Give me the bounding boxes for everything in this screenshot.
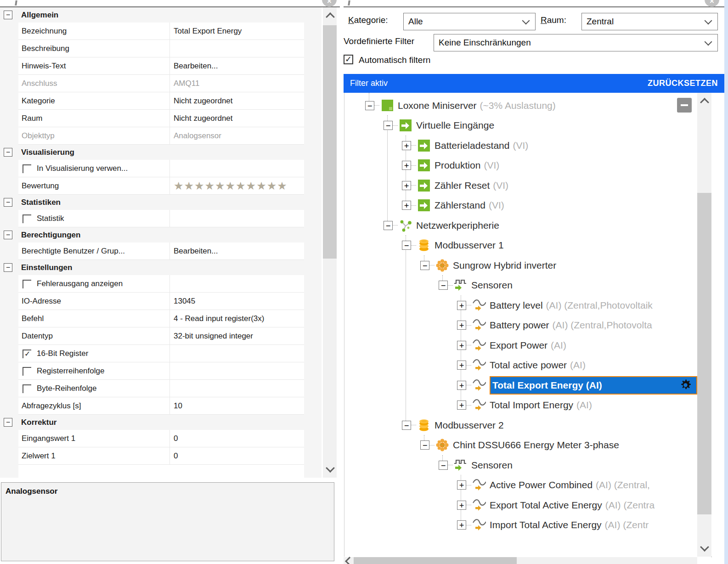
collapse-section-icon[interactable] <box>4 231 12 239</box>
tree-item-produktion[interactable]: Produktion (VI) <box>344 156 697 176</box>
expand-toggle-icon[interactable] <box>457 361 466 370</box>
tree-item-netzwerkperipherie[interactable]: Netzwerkperipherie <box>344 215 697 236</box>
vordefinierte-filter-dropdown[interactable]: Keine Einschränkungen <box>434 34 718 51</box>
collapse-toggle-icon[interactable] <box>384 221 393 230</box>
property-row[interactable]: Abfragezyklus [s] 10 <box>0 397 322 415</box>
tree-item-sungrow-hybrid-inverter[interactable]: Sungrow Hybrid inverter <box>344 255 697 276</box>
tree-item-total-import-energy[interactable]: Total Import Energy (AI) <box>344 395 697 416</box>
property-row[interactable]: Beschreibung <box>0 40 322 57</box>
kategorie-dropdown[interactable]: Alle <box>403 13 536 30</box>
expand-toggle-icon[interactable] <box>402 181 411 190</box>
property-row[interactable]: Bezeichnung Total Export Energy <box>0 23 322 40</box>
section-header-einstellungen[interactable]: Einstellungen <box>0 260 322 275</box>
expand-toggle-icon[interactable] <box>402 141 411 150</box>
tree-item-import-total-active-energy[interactable]: Import Total Active Energy (AI) (Zentr <box>344 515 697 536</box>
checkbox-unchecked[interactable] <box>23 384 31 393</box>
scrollbar-thumb[interactable] <box>323 25 337 259</box>
collapse-toggle-icon[interactable] <box>420 440 429 450</box>
tree-item-modbusserver-2[interactable]: Modbusserver 2 <box>344 415 697 435</box>
selected-tree-item[interactable]: Total Export Energy (AI) <box>490 376 697 395</box>
property-value[interactable]: Bearbeiten... <box>170 243 304 260</box>
property-row[interactable]: Eingangswert 1 0 <box>0 430 322 447</box>
checkbox-unchecked[interactable] <box>23 164 31 173</box>
property-value[interactable]: Total Export Energy <box>170 23 304 40</box>
tree-item-sensoren[interactable]: Sensoren <box>344 455 697 475</box>
collapse-toggle-icon[interactable] <box>402 421 411 430</box>
collapse-toggle-icon[interactable] <box>439 461 448 470</box>
property-row[interactable]: Raum Nicht zugeordnet <box>0 110 322 127</box>
property-value[interactable]: 0 <box>170 430 304 447</box>
property-value[interactable]: 13045 <box>170 293 304 310</box>
property-value[interactable]: Nicht zugeordnet <box>170 110 304 127</box>
property-row[interactable]: Fehlerausgang anzeigen <box>0 275 322 293</box>
raum-dropdown[interactable]: Zentral <box>581 13 718 30</box>
checkbox-unchecked[interactable] <box>23 367 31 376</box>
property-value[interactable] <box>170 40 304 57</box>
property-value[interactable] <box>170 210 304 227</box>
tree-item-zaehler-reset[interactable]: Zähler Reset (VI) <box>344 175 697 196</box>
scroll-up-icon[interactable] <box>326 12 335 22</box>
expand-toggle-icon[interactable] <box>457 400 466 410</box>
tree-item-export-power[interactable]: Export Power (AI) <box>344 335 697 355</box>
property-value[interactable]: 0 <box>170 447 304 465</box>
property-row[interactable]: Statistik <box>0 210 322 227</box>
section-header-berechtigungen[interactable]: Berechtigungen <box>0 227 322 243</box>
tree-item-total-export-energy-selected[interactable]: Total Export Energy (AI) <box>344 375 697 395</box>
property-row[interactable]: Hinweis-Text Bearbeiten... <box>0 57 322 75</box>
tree-item-chint-energy-meter[interactable]: Chint DSSU666 Energy Meter 3-phase <box>344 435 697 456</box>
reset-filter-button[interactable]: ZURÜCKSETZEN <box>648 79 718 88</box>
checkbox-unchecked[interactable] <box>23 280 31 288</box>
expand-toggle-icon[interactable] <box>457 520 466 530</box>
tree-item-virtuelle-eingaenge[interactable]: Virtuelle Eingänge <box>344 116 697 136</box>
scroll-up-icon[interactable] <box>700 98 709 107</box>
property-grid-scrollbar[interactable] <box>323 7 337 478</box>
tree-search-field[interactable] <box>344 0 724 7</box>
collapse-all-button[interactable] <box>677 98 692 113</box>
checkbox-unchecked[interactable] <box>23 214 31 223</box>
tree-item-miniserver[interactable]: Loxone Miniserver (~3% Auslastung) <box>344 96 697 116</box>
property-row[interactable]: Registerreihenfolge <box>0 362 322 380</box>
collapse-toggle-icon[interactable] <box>384 121 393 130</box>
tree-item-battery-power[interactable]: Battery power (AI) (Zentral,Photovolta <box>344 316 697 336</box>
property-row[interactable]: Berechtigte Benutzer / Grup... Bearbeite… <box>0 243 322 260</box>
collapse-section-icon[interactable] <box>4 11 12 19</box>
expand-toggle-icon[interactable] <box>402 201 411 210</box>
tree-scrollbar[interactable] <box>697 93 711 557</box>
collapse-toggle-icon[interactable] <box>439 281 448 290</box>
scrollbar-thumb[interactable] <box>697 193 711 514</box>
property-row[interactable]: IO-Adresse 13045 <box>0 293 322 310</box>
collapse-section-icon[interactable] <box>4 148 12 157</box>
section-header-korrektur[interactable]: Korrektur <box>0 415 322 430</box>
collapse-section-icon[interactable] <box>4 418 12 427</box>
collapse-toggle-icon[interactable] <box>365 101 374 110</box>
collapse-toggle-icon[interactable] <box>420 261 429 270</box>
expand-toggle-icon[interactable] <box>402 161 411 170</box>
property-row[interactable]: Datentyp 32-bit unsigned integer <box>0 327 322 345</box>
tree-horizontal-scrollbar[interactable] <box>344 557 717 564</box>
tree-item-export-total-active-energy[interactable]: Export Total Active Energy (AI) (Zentra <box>344 495 697 515</box>
property-value[interactable]: 32-bit unsigned integer <box>170 327 304 345</box>
star-rating-icons[interactable]: ★★★★★★★★★★★ <box>174 180 304 192</box>
property-value[interactable]: 10 <box>170 397 304 415</box>
tree-item-zaehlerstand[interactable]: Zählerstand (VI) <box>344 196 697 216</box>
property-value[interactable] <box>170 275 304 293</box>
tree-item-batterieladestand[interactable]: Batterieladestand (VI) <box>344 135 697 156</box>
scrollbar-thumb[interactable] <box>354 557 517 564</box>
expand-toggle-icon[interactable] <box>457 341 466 350</box>
tree-item-battery-level[interactable]: Battery level (AI) (Zentral,Photovoltaik <box>344 295 697 316</box>
tree-item-modbusserver-1[interactable]: Modbusserver 1 <box>344 236 697 256</box>
property-row[interactable]: Zielwert 1 0 <box>0 447 322 465</box>
property-row[interactable]: Befehl 4 - Read input register(3x) <box>0 310 322 327</box>
scroll-down-icon[interactable] <box>326 463 335 473</box>
property-value[interactable]: Bearbeiten... <box>170 57 304 75</box>
property-value[interactable] <box>170 380 304 397</box>
section-header-statistiken[interactable]: Statistiken <box>0 195 322 210</box>
expand-toggle-icon[interactable] <box>457 381 466 390</box>
property-value[interactable] <box>170 362 304 380</box>
property-value[interactable]: Nicht zugeordnet <box>170 92 304 110</box>
collapse-toggle-icon[interactable] <box>402 241 411 250</box>
property-search-field[interactable] <box>0 0 340 7</box>
rating-stars[interactable]: ★★★★★★★★★★★ <box>170 177 304 195</box>
property-value[interactable]: 4 - Read input register(3x) <box>170 310 304 327</box>
collapse-section-icon[interactable] <box>4 263 12 272</box>
